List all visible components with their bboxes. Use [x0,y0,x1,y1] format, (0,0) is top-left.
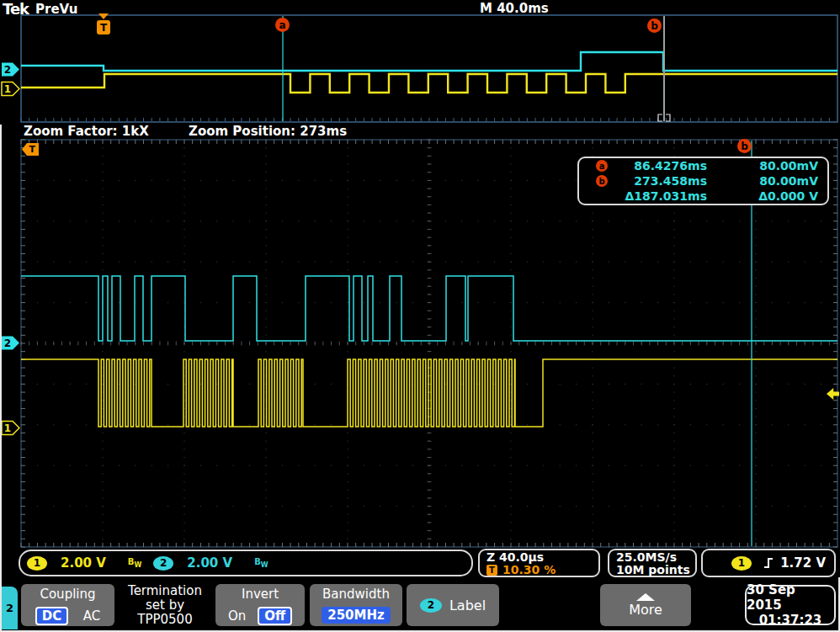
channel-2-badge-overview: 2 [1,61,20,77]
bandwidth-button[interactable]: Bandwidth 250MHz [310,584,402,626]
record-length: 10M points [616,564,695,576]
bezel-left-line [0,125,2,632]
trigger-position-percent: 10.30 % [502,564,556,576]
svg-text:1: 1 [4,83,11,95]
rising-edge-icon [762,555,775,571]
trigger-level: 1.72 V [780,555,826,571]
invert-title: Invert [215,587,305,602]
zoom-scale: Z 40.0µs [486,551,598,564]
cursor-b-voltage: 80.00mV [707,173,818,189]
label-channel-badge: 2 [420,598,442,613]
cursor-b-badge: b [596,175,608,187]
channel-1-scale-badge: 1 [27,556,47,571]
sample-rate: 25.0MS/s [616,551,695,564]
acquisition-status: PreVu [35,2,77,17]
label-button-text: Label [449,597,486,613]
trigger-readout-box: 1 1.72 V [701,549,836,577]
channel-2-badge-main: 2 [1,335,20,351]
svg-text:2: 2 [4,337,11,349]
time-text: 01:37:23 [759,613,822,628]
trigger-source-badge: 1 [731,556,752,571]
cursor-a-marker: a [275,18,290,32]
cursor-b-marker-overview: b [647,19,662,33]
more-button[interactable]: More [600,584,691,626]
channel-1-scale: 2.00 V [61,555,106,571]
channel-1-badge-main: 1 [1,420,20,436]
channel-readout-bar: 1 2.00 V BW 2 2.00 V BW [19,550,473,576]
cursor-b-marker-main: b [737,139,752,153]
coupling-button[interactable]: Coupling DC AC [21,584,114,626]
bandwidth-title: Bandwidth [310,587,402,602]
acquisition-readout-box: 25.0MS/s 10M points [608,549,697,577]
bandwidth-value[interactable]: 250MHz [322,607,391,624]
datetime-box: 30 Sep 2015 01:37:23 [745,585,836,625]
invert-off-option[interactable]: Off [258,607,292,625]
zoom-scale-readout-box: Z 40.0µs T 10.30 % [478,549,600,577]
menu-channel-tab[interactable]: 2 [2,587,18,629]
channel-2-scale-badge: 2 [153,556,173,571]
label-button[interactable]: 2 Label [407,584,499,626]
cursor-readout-box: a 86.4276ms 80.00mV b 273.458ms 80.00mV … [577,157,829,205]
svg-text:2: 2 [4,64,11,76]
waveform-display [0,0,840,632]
channel-1-bandwidth-limit-icon: BW [128,557,141,569]
zoom-factor-readout: Zoom Factor: 1kX [24,124,149,139]
tek-logo: Tek [3,0,29,18]
channel-2-scale: 2.00 V [187,555,232,571]
more-up-arrow-icon [636,593,655,601]
cursor-delta-voltage: Δ0.000 V [707,189,818,204]
cursor-a-voltage: 80.00mV [707,158,818,173]
date-text: 30 Sep 2015 [747,582,834,613]
coupling-dc-option[interactable]: DC [35,607,68,625]
svg-text:1: 1 [4,422,11,434]
cursor-a-badge: a [596,160,608,172]
invert-on-option[interactable]: On [228,608,246,624]
trigger-position-flag: T [97,20,110,35]
cursor-a-time: 86.4276ms [608,158,707,173]
trigger-position-arrow-icon [98,13,109,19]
invert-button[interactable]: Invert On Off [215,584,305,626]
channel-2-bandwidth-limit-icon: BW [254,557,268,569]
coupling-ac-option[interactable]: AC [83,608,100,624]
cursor-b-time: 273.458ms [608,173,707,189]
timebase-readout: M 40.0ms [480,1,549,16]
trigger-position-chip-icon: T [486,565,497,576]
termination-info: Termination set by TPP0500 [118,584,212,627]
coupling-title: Coupling [21,587,114,602]
cursor-delta-time: Δ187.031ms [608,189,707,204]
oscilloscope-screen: Tek PreVu M 40.0ms T a b Zoom Factor: 1k… [0,0,840,632]
channel-1-badge-overview: 1 [1,81,20,97]
zoom-position-readout: Zoom Position: 273ms [189,124,347,139]
more-button-text: More [629,602,662,618]
